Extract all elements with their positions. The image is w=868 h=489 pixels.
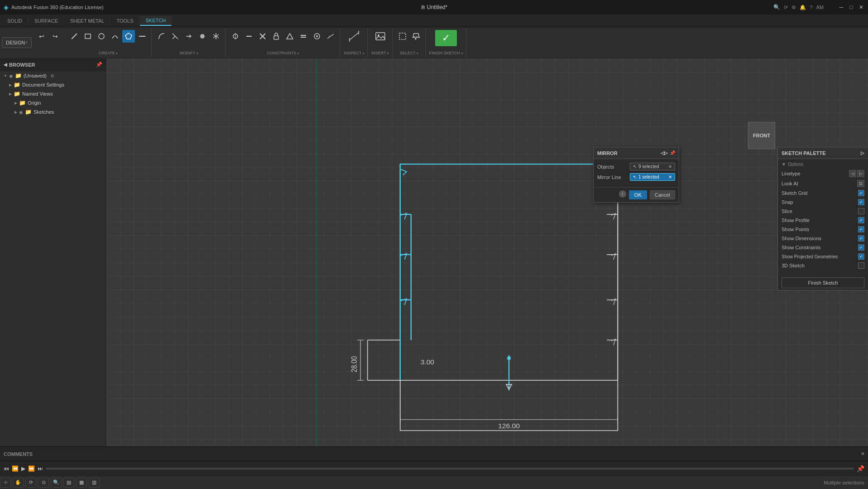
line-straight-tool[interactable] — [136, 30, 149, 43]
measure-tool[interactable] — [345, 30, 363, 43]
folder-icon-origin: 📁 — [19, 100, 26, 106]
mirror-collapse[interactable]: ◁▷ — [661, 150, 668, 155]
play-button[interactable]: ▶ — [21, 465, 25, 472]
free-select-tool[interactable] — [410, 30, 422, 43]
browser-item-sketches[interactable]: ▶ ◉ 📁 Sketches — [0, 107, 106, 116]
browser-item-named-views[interactable]: ▶ 📁 Named Views — [0, 89, 106, 98]
show-points-checkbox[interactable]: ✓ — [858, 226, 864, 232]
lock-constraint[interactable] — [270, 30, 283, 43]
linetype-left[interactable]: ◁ — [849, 170, 856, 177]
palette-finish-sketch-button[interactable]: Finish Sketch — [782, 277, 864, 288]
finish-sketch-button[interactable]: ✓ — [435, 30, 457, 46]
insert-image-tool[interactable] — [371, 30, 389, 43]
clear-objects-button[interactable]: ✕ — [668, 164, 672, 169]
horizontal-constraint[interactable] — [243, 30, 255, 43]
display-mode-2[interactable]: ▦ — [76, 478, 87, 488]
sketch-3d-checkbox[interactable] — [858, 262, 864, 269]
view-cube-button[interactable]: ⊹ — [0, 478, 11, 488]
mirror-line-selection-badge[interactable]: ↖ 1 selected ✕ — [630, 173, 675, 181]
show-dimensions-checkbox[interactable]: ✓ — [858, 235, 864, 242]
timeline-track[interactable] — [46, 468, 854, 470]
display-mode-3[interactable]: ▥ — [89, 478, 100, 488]
tab-sketch[interactable]: SKETCH — [140, 16, 172, 26]
tab-solid[interactable]: SOLID — [2, 16, 28, 25]
linetype-right[interactable]: ▷ — [857, 170, 864, 177]
info-icon[interactable]: i — [619, 190, 626, 198]
inspect-label: INSPECT ▾ — [344, 51, 364, 55]
tab-sheet-metal[interactable]: SHEET METAL — [65, 16, 110, 25]
go-start-button[interactable]: ⏮ — [4, 465, 9, 472]
mirror-dialog: MIRROR ◁▷ 📌 Objects ↖ 9 selected ✕ Mirro… — [593, 147, 679, 203]
browser-pin-icon[interactable]: 📌 — [96, 62, 102, 68]
maximize-button[interactable]: □ — [848, 4, 854, 10]
arc-tool[interactable] — [109, 30, 121, 43]
browser-item-unsaved[interactable]: ▼ ◉ 📁 (Unsaved) ⚙ — [0, 71, 106, 80]
view-indicator: FRONT — [748, 122, 775, 149]
rectangle-tool[interactable] — [82, 30, 94, 43]
circle-tool[interactable] — [95, 30, 108, 43]
visibility-icon[interactable]: ◉ — [9, 73, 13, 78]
equal-constraint[interactable] — [297, 30, 310, 43]
cancel-button[interactable]: Cancel — [650, 190, 675, 199]
look-at-button[interactable]: ⊡ — [857, 180, 864, 187]
browser-item-doc-settings[interactable]: ▶ 📁 Document Settings — [0, 80, 106, 89]
fix-constraint[interactable] — [229, 30, 242, 43]
vertical-constraint[interactable] — [256, 30, 269, 43]
help-icon[interactable]: ? — [810, 5, 812, 10]
mirror-pin[interactable]: 📌 — [670, 150, 675, 155]
settings-icon-item[interactable]: ⚙ — [50, 73, 54, 78]
triangle-constraint[interactable] — [283, 30, 296, 43]
ok-button[interactable]: OK — [629, 190, 647, 199]
palette-collapse[interactable]: ▷ — [861, 150, 864, 155]
concentric-constraint[interactable] — [311, 30, 323, 43]
mirror-tool[interactable] — [210, 30, 222, 43]
show-projected-checkbox[interactable]: ✓ — [858, 253, 864, 260]
trim-tool[interactable] — [169, 30, 182, 43]
account-icon[interactable]: AM — [816, 5, 824, 10]
svg-line-16 — [327, 34, 334, 39]
objects-selection-badge[interactable]: ↖ 9 selected ✕ — [630, 163, 675, 170]
collinear-constraint[interactable] — [324, 30, 337, 43]
step-back-button[interactable]: ⏪ — [12, 465, 19, 472]
options-arrow: ▼ — [782, 162, 786, 167]
minimize-button[interactable]: ─ — [838, 4, 844, 10]
settings-icon[interactable]: ⚙ — [791, 5, 796, 10]
orbit-button[interactable]: ⟳ — [25, 478, 36, 488]
extend-tool[interactable] — [182, 30, 195, 43]
window-select-tool[interactable] — [396, 30, 409, 43]
show-constraints-checkbox[interactable]: ✓ — [858, 244, 864, 251]
sync-icon[interactable]: ⟳ — [784, 5, 788, 10]
zoom-fit-button[interactable]: ⊙ — [38, 478, 49, 488]
mirror-line-label: Mirror Line — [597, 174, 630, 180]
expand-icon-sketches: ▶ — [14, 110, 17, 114]
snap-checkbox[interactable]: ✓ — [858, 199, 864, 205]
show-profile-checkbox[interactable]: ✓ — [858, 217, 864, 223]
design-dropdown[interactable]: DESIGN ▾ — [2, 37, 32, 48]
undo-button[interactable]: ↩ — [35, 30, 48, 43]
pan-button[interactable]: ✋ — [13, 478, 24, 488]
comments-close[interactable]: ✕ — [861, 451, 864, 456]
canvas[interactable]: 3.00 126.00 28.00 FRONT MIRROR ◁▷ — [106, 58, 868, 476]
search-icon[interactable]: 🔍 — [773, 4, 780, 10]
step-forward-button[interactable]: ⏩ — [28, 465, 35, 472]
polygon-tool[interactable] — [122, 30, 135, 43]
expand-icon: ▼ — [4, 74, 7, 78]
visibility-icon-sketches[interactable]: ◉ — [19, 110, 23, 115]
timeline-pin-icon[interactable]: 📌 — [857, 465, 864, 472]
zoom-button[interactable]: 🔍 — [51, 478, 62, 488]
notification-icon[interactable]: 🔔 — [800, 5, 806, 10]
redo-button[interactable]: ↪ — [49, 30, 62, 43]
close-button[interactable]: ✕ — [858, 4, 864, 10]
line-tool[interactable] — [68, 30, 81, 43]
display-mode-1[interactable]: ▤ — [63, 478, 74, 488]
slice-checkbox[interactable] — [858, 208, 864, 214]
break-tool[interactable] — [196, 30, 209, 43]
sketch-grid-checkbox[interactable]: ✓ — [858, 190, 864, 196]
clear-mirror-line-button[interactable]: ✕ — [668, 174, 672, 179]
fillet-tool[interactable] — [155, 30, 168, 43]
tab-surface[interactable]: SURFACE — [29, 16, 64, 25]
tab-tools[interactable]: TOOLS — [111, 16, 139, 25]
browser-collapse-icon[interactable]: ◀ — [4, 62, 7, 67]
go-end-button[interactable]: ⏭ — [38, 465, 43, 472]
browser-item-origin[interactable]: ▶ 📁 Origin — [0, 98, 106, 107]
